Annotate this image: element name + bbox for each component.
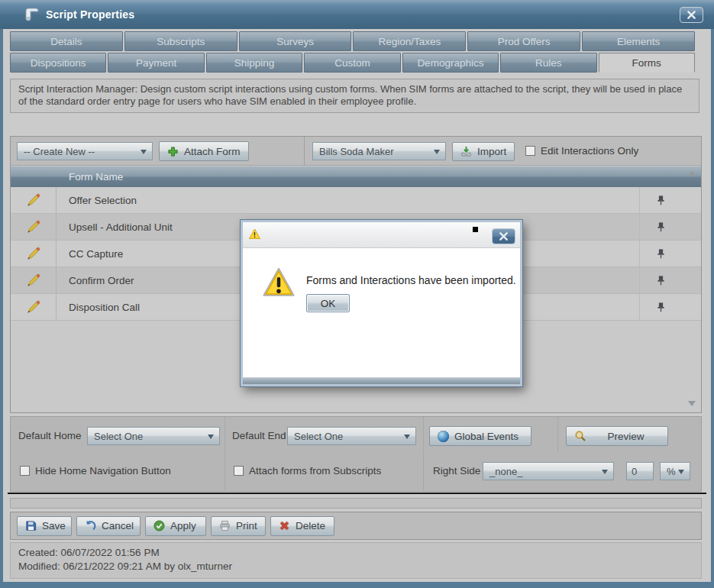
edit-pencil-icon[interactable] (11, 267, 57, 293)
cancel-button[interactable]: Cancel (76, 516, 141, 536)
tab-elements[interactable]: Elements (582, 31, 695, 51)
checkbox-box[interactable] (234, 466, 244, 476)
edit-interactions-checkbox[interactable]: Edit Interactions Only (525, 145, 638, 157)
tab-dispositions[interactable]: Dispositions (10, 53, 106, 73)
undo-icon (85, 520, 96, 531)
pin-icon[interactable] (639, 187, 681, 213)
default-home-label: Default Home (18, 430, 82, 441)
right-side-label: Right Side (433, 465, 480, 477)
pin-icon[interactable] (639, 214, 681, 240)
right-side-value: _none_ (489, 466, 522, 477)
attach-subscripts-label: Attach forms from Subscripts (249, 465, 381, 477)
default-end-dropdown[interactable]: Select One (287, 427, 416, 445)
scroll-up-icon[interactable] (688, 171, 696, 176)
cancel-label: Cancel (102, 520, 134, 531)
checkbox-box[interactable] (20, 466, 30, 476)
pin-icon[interactable] (639, 267, 681, 293)
chevron-down-icon (602, 470, 608, 474)
attach-form-label: Attach Form (184, 146, 241, 157)
edit-pencil-icon[interactable] (11, 214, 57, 240)
attach-subscripts-checkbox[interactable]: Attach forms from Subscripts (234, 465, 381, 477)
script-dropdown-value: Bills Soda Maker (319, 146, 394, 157)
magnifier-icon (574, 430, 586, 442)
print-button[interactable]: Print (211, 516, 266, 536)
globe-icon (438, 431, 449, 442)
save-button[interactable]: Save (17, 516, 72, 536)
settings-divider (423, 454, 424, 492)
tabrow-2: Dispositions Payment Shipping Custom Dem… (10, 53, 695, 73)
edit-pencil-icon[interactable] (11, 294, 57, 320)
tab-details[interactable]: Details (10, 31, 123, 51)
dialog-body: Forms and Interactions have been importe… (243, 248, 520, 377)
tab-surveys[interactable]: Surveys (239, 31, 352, 51)
table-row[interactable]: Offer Selection (11, 187, 701, 214)
meta-footer: Created: 06/07/2022 01:56 PM Modified: 0… (10, 542, 702, 579)
right-side-amount-input[interactable] (626, 462, 654, 480)
modified-text: Modified: 06/21/2022 09:21 AM by olx_mtu… (18, 560, 693, 573)
right-side-dropdown[interactable]: _none_ (483, 462, 614, 480)
global-events-button[interactable]: Global Events (429, 426, 531, 446)
hide-home-nav-label: Hide Home Navigation Button (35, 465, 171, 477)
tab-payment[interactable]: Payment (108, 53, 204, 73)
warning-icon (261, 267, 296, 299)
sim-description: Script Interaction Manager: Design custo… (10, 79, 699, 113)
right-side-unit-value: % (667, 466, 676, 477)
chevron-down-icon (404, 435, 410, 439)
global-events-label: Global Events (454, 431, 519, 442)
dialog-close-button[interactable] (492, 228, 515, 244)
tab-forms[interactable]: Forms (599, 53, 695, 73)
action-bar: Save Cancel Apply Print Delete (10, 512, 702, 540)
chevron-down-icon (141, 150, 147, 154)
screen: Script Properties Details Subscripts Sur… (0, 0, 714, 588)
tab-region-taxes[interactable]: Region/Taxes (353, 31, 466, 51)
chevron-down-icon (208, 435, 214, 439)
tab-rules[interactable]: Rules (500, 53, 596, 73)
pin-icon[interactable] (639, 294, 681, 320)
delete-button[interactable]: Delete (270, 516, 334, 536)
ok-button[interactable]: OK (306, 294, 350, 312)
settings-divider (557, 417, 558, 453)
column-header-form-name: Form Name (11, 171, 123, 183)
tab-subscripts[interactable]: Subscripts (124, 31, 237, 51)
tab-prod-offers[interactable]: Prod Offers (467, 31, 580, 51)
delete-label: Delete (296, 520, 325, 531)
chevron-down-icon (434, 150, 440, 154)
red-x-icon (279, 520, 290, 531)
scroll-down-icon[interactable] (688, 401, 696, 406)
separator-line (8, 493, 706, 494)
green-plus-icon (167, 146, 179, 157)
default-end-label: Default End (232, 430, 286, 441)
preview-button[interactable]: Preview (566, 426, 668, 446)
attach-form-button[interactable]: Attach Form (159, 141, 249, 161)
default-home-value: Select One (94, 431, 143, 442)
create-new-value: -- Create New -- (24, 146, 95, 157)
check-circle-icon (153, 520, 165, 531)
edit-pencil-icon[interactable] (11, 187, 57, 213)
toolbar-divider (304, 137, 305, 166)
create-new-dropdown[interactable]: -- Create New -- (17, 142, 153, 160)
default-home-dropdown[interactable]: Select One (87, 427, 220, 445)
hide-home-nav-checkbox[interactable]: Hide Home Navigation Button (20, 465, 171, 477)
empty-strip (10, 498, 702, 509)
import-alert-dialog: Forms and Interactions have been importe… (241, 220, 522, 386)
pin-icon[interactable] (639, 241, 681, 267)
apply-label: Apply (170, 520, 196, 531)
chevron-down-icon (678, 470, 684, 474)
window-title: Script Properties (46, 8, 134, 21)
settings-divider (423, 417, 424, 453)
close-icon (499, 232, 508, 241)
window-close-button[interactable] (680, 7, 703, 23)
edit-pencil-icon[interactable] (11, 241, 57, 267)
created-text: Created: 06/07/2022 01:56 PM (18, 546, 693, 560)
tab-demographics[interactable]: Demographics (402, 53, 499, 73)
black-marker (473, 227, 478, 232)
checkbox-box[interactable] (525, 146, 535, 156)
script-dropdown[interactable]: Bills Soda Maker (312, 142, 446, 160)
tab-shipping[interactable]: Shipping (206, 53, 302, 73)
right-side-unit-dropdown[interactable]: % (660, 462, 690, 480)
import-button[interactable]: Import (452, 142, 515, 161)
tab-custom[interactable]: Custom (304, 53, 400, 73)
apply-button[interactable]: Apply (145, 516, 206, 536)
import-label: Import (477, 146, 506, 157)
warning-icon (248, 228, 261, 240)
